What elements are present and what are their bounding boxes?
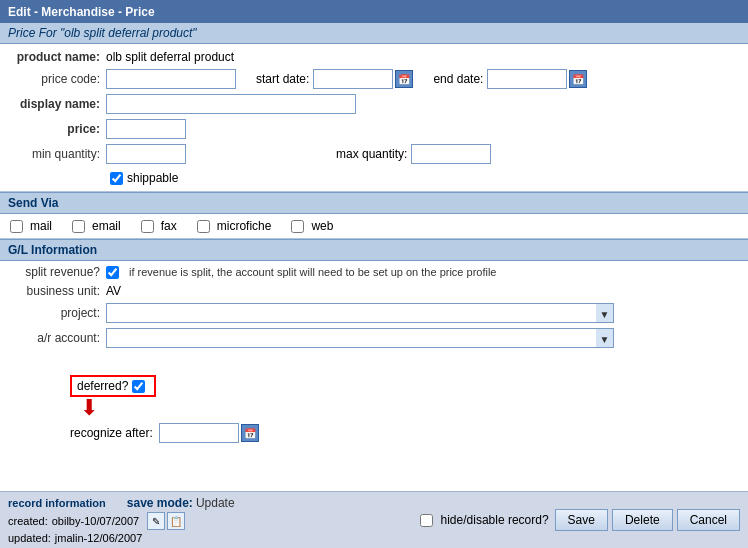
save-button[interactable]: Save xyxy=(555,509,608,531)
max-quantity-label: max quantity: xyxy=(336,147,407,161)
business-unit-label: business unit: xyxy=(10,284,100,298)
microfiche-checkbox[interactable] xyxy=(197,220,210,233)
microfiche-label: microfiche xyxy=(217,219,272,233)
shippable-checkbox[interactable] xyxy=(110,172,123,185)
ar-account-dropdown-wrapper: 00-90 - A/R ▼ xyxy=(106,328,614,348)
price-code-label: price code: xyxy=(10,72,100,86)
display-name-row: display name: olb split deferral product xyxy=(10,94,738,114)
record-information-label: record information xyxy=(8,497,106,509)
split-revenue-label: split revenue? xyxy=(10,265,100,279)
product-name-row: product name: olb split deferral product xyxy=(10,50,738,64)
footer-top-row: record information save mode: Update xyxy=(8,496,235,510)
end-date-input[interactable] xyxy=(487,69,567,89)
edit-copy-icon[interactable]: 📋 xyxy=(167,512,185,530)
send-via-web: web xyxy=(291,219,333,233)
price-code-row: price code: olbspldef start date: 10/07/… xyxy=(10,69,738,89)
footer-buttons: Save Delete Cancel xyxy=(555,509,740,531)
deferred-label: deferred? xyxy=(77,379,128,393)
save-mode-section: save mode: Update xyxy=(127,496,235,510)
fax-label: fax xyxy=(161,219,177,233)
split-revenue-note: if revenue is split, the account split w… xyxy=(129,266,497,278)
recognize-after-input[interactable]: 01/01/2008 xyxy=(159,423,239,443)
footer-left: record information save mode: Update cre… xyxy=(8,496,235,544)
save-mode-label: save mode: xyxy=(127,496,193,510)
deferred-checkbox[interactable] xyxy=(132,380,145,393)
send-via-row: mail email fax microfiche web xyxy=(0,214,748,238)
deferred-box: deferred? xyxy=(70,375,156,397)
recognize-after-label: recognize after: xyxy=(70,426,153,440)
send-via-email: email xyxy=(72,219,121,233)
ar-account-input[interactable]: 00-90 - A/R xyxy=(106,328,596,348)
down-arrow-icon: ⬇ xyxy=(80,397,98,419)
project-dropdown-arrow: ▼ xyxy=(600,309,610,320)
web-checkbox[interactable] xyxy=(291,220,304,233)
hide-disable-section: hide/disable record? xyxy=(420,513,549,527)
gl-section: split revenue? if revenue is split, the … xyxy=(0,261,748,357)
min-quantity-label: min quantity: xyxy=(10,147,100,161)
price-row: price: $125.00 xyxy=(10,119,738,139)
price-label: price: xyxy=(10,122,100,136)
product-name-value: olb split deferral product xyxy=(106,50,234,64)
product-name-label: product name: xyxy=(10,50,100,64)
gl-header: G/L Information xyxy=(0,239,748,261)
fax-checkbox[interactable] xyxy=(141,220,154,233)
shippable-row: shippable xyxy=(10,169,738,189)
edit-icons: ✎ 📋 xyxy=(147,512,185,530)
business-unit-value: AV xyxy=(106,284,121,298)
hide-disable-label: hide/disable record? xyxy=(441,513,549,527)
split-revenue-row: split revenue? if revenue is split, the … xyxy=(10,265,738,279)
footer-record-row: created: obilby-10/07/2007 ✎ 📋 xyxy=(8,512,235,530)
save-mode-value: Update xyxy=(196,496,235,510)
max-quantity-input[interactable] xyxy=(411,144,491,164)
business-unit-row: business unit: AV xyxy=(10,284,738,298)
deferred-section: deferred? ⬇ recognize after: 01/01/2008 … xyxy=(0,367,748,451)
send-via-microfiche: microfiche xyxy=(197,219,272,233)
cancel-button[interactable]: Cancel xyxy=(677,509,740,531)
product-name-section: product name: olb split deferral product… xyxy=(0,44,748,191)
delete-button[interactable]: Delete xyxy=(612,509,673,531)
start-date-input[interactable]: 10/07/2007 xyxy=(313,69,393,89)
recognize-after-calendar-icon[interactable]: 📅 xyxy=(241,424,259,442)
title-bar: Edit - Merchandise - Price xyxy=(0,0,748,23)
created-value: obilby-10/07/2007 xyxy=(52,515,139,527)
content-area: Price For "olb split deferral product" p… xyxy=(0,23,748,548)
quantity-row: min quantity: max quantity: xyxy=(10,144,738,164)
main-window: Edit - Merchandise - Price Price For "ol… xyxy=(0,0,748,548)
web-label: web xyxy=(311,219,333,233)
start-date-calendar-icon[interactable]: 📅 xyxy=(395,70,413,88)
price-input[interactable]: $125.00 xyxy=(106,119,186,139)
send-via-fax: fax xyxy=(141,219,177,233)
split-revenue-checkbox[interactable] xyxy=(106,266,119,279)
mail-label: mail xyxy=(30,219,52,233)
ar-account-dropdown-arrow: ▼ xyxy=(600,334,610,345)
updated-label: updated: xyxy=(8,532,51,544)
min-quantity-input[interactable] xyxy=(106,144,186,164)
created-label: created: xyxy=(8,515,48,527)
project-dropdown-btn[interactable]: ▼ xyxy=(596,303,614,323)
window-title: Edit - Merchandise - Price xyxy=(8,5,155,19)
footer-right: hide/disable record? Save Delete Cancel xyxy=(420,509,740,531)
project-label: project: xyxy=(10,306,100,320)
end-date-label: end date: xyxy=(433,72,483,86)
mail-checkbox[interactable] xyxy=(10,220,23,233)
price-code-input[interactable]: olbspldef xyxy=(106,69,236,89)
display-name-label: display name: xyxy=(10,97,100,111)
project-dropdown-wrapper: ▼ xyxy=(106,303,614,323)
end-date-calendar-icon[interactable]: 📅 xyxy=(569,70,587,88)
email-checkbox[interactable] xyxy=(72,220,85,233)
send-via-mail: mail xyxy=(10,219,52,233)
ar-account-row: a/r account: 00-90 - A/R ▼ xyxy=(10,328,738,348)
project-row: project: ▼ xyxy=(10,303,738,323)
project-input[interactable] xyxy=(106,303,596,323)
edit-pencil-icon[interactable]: ✎ xyxy=(147,512,165,530)
display-name-input[interactable]: olb split deferral product xyxy=(106,94,356,114)
shippable-label: shippable xyxy=(127,171,178,185)
updated-value: jmalin-12/06/2007 xyxy=(55,532,142,544)
price-for-header: Price For "olb split deferral product" xyxy=(0,23,748,44)
start-date-label: start date: xyxy=(256,72,309,86)
hide-disable-checkbox[interactable] xyxy=(420,514,433,527)
footer: record information save mode: Update cre… xyxy=(0,491,748,548)
ar-account-label: a/r account: xyxy=(10,331,100,345)
footer-updated-row: updated: jmalin-12/06/2007 xyxy=(8,532,235,544)
ar-account-dropdown-btn[interactable]: ▼ xyxy=(596,328,614,348)
